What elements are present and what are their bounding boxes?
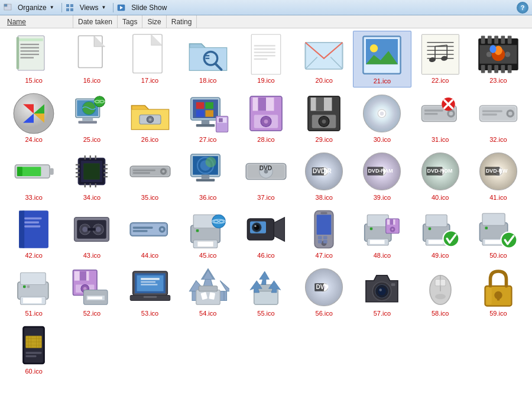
file-item[interactable]: 47.ico: [295, 206, 353, 261]
file-item[interactable]: 17.ico: [121, 31, 179, 87]
file-item[interactable]: 42.ico: [5, 206, 63, 261]
svg-rect-121: [482, 110, 502, 112]
file-item[interactable]: 21.ico: [353, 31, 411, 87]
file-name: 31.ico: [432, 136, 449, 143]
file-item[interactable]: 45.ico: [179, 206, 237, 261]
svg-point-284: [379, 288, 382, 291]
file-name: 53.ico: [141, 310, 158, 317]
file-icon-mouse: [419, 266, 462, 309]
file-item[interactable]: DVD 37.ico: [237, 148, 295, 203]
svg-rect-200: [132, 230, 147, 232]
col-name[interactable]: Name: [2, 15, 73, 28]
file-item[interactable]: 25.ico: [63, 90, 121, 145]
file-item[interactable]: 18.ico: [179, 31, 237, 87]
file-icon-dvd_r: DVD-R: [303, 150, 345, 193]
file-icon-floppy_purple: [245, 92, 287, 135]
file-item[interactable]: 60.ico: [5, 322, 63, 377]
views-button[interactable]: Views ▼: [76, 2, 110, 14]
file-icon-windows_logo: [12, 92, 55, 135]
file-item[interactable]: DVD-RW 41.ico: [469, 148, 527, 203]
file-item[interactable]: 51.ico: [5, 264, 63, 319]
file-item[interactable]: 33.ico: [5, 148, 63, 203]
col-date-taken[interactable]: Date taken: [73, 15, 118, 28]
file-item[interactable]: 20.ico: [295, 31, 353, 87]
file-item[interactable]: DVD 56.ico: [295, 264, 353, 319]
file-item[interactable]: 23.ico: [469, 31, 527, 87]
file-item[interactable]: 29.ico: [295, 90, 353, 145]
file-item[interactable]: 46.ico: [237, 206, 295, 261]
svg-text:DVD-RAM: DVD-RAM: [368, 168, 394, 174]
file-item[interactable]: 15.ico: [5, 31, 63, 87]
file-item[interactable]: 48.ico: [353, 206, 411, 261]
organize-label: Organize: [18, 4, 47, 12]
file-item[interactable]: 50.ico: [469, 206, 527, 261]
file-name: 38.ico: [316, 194, 333, 201]
file-name: 21.ico: [374, 77, 391, 85]
file-name: 37.ico: [257, 194, 274, 201]
file-item[interactable]: 31.ico: [411, 90, 469, 145]
svg-rect-247: [23, 298, 42, 303]
file-item[interactable]: 44.ico: [121, 206, 179, 261]
svg-rect-12: [21, 50, 40, 51]
svg-rect-216: [321, 212, 327, 214]
svg-rect-239: [482, 213, 505, 225]
svg-rect-207: [196, 229, 199, 232]
organize-dropdown-arrow: ▼: [50, 5, 54, 10]
svg-rect-262: [141, 278, 160, 280]
file-item[interactable]: 27.ico: [179, 90, 237, 145]
file-item[interactable]: 19.ico: [237, 31, 295, 87]
file-icon-drive_dvd: DVD: [245, 150, 287, 193]
file-item[interactable]: DVD-RAM 39.ico: [353, 148, 411, 203]
file-item[interactable]: 32.ico: [469, 90, 527, 145]
file-item[interactable]: 24.ico: [5, 90, 63, 145]
col-size[interactable]: Size: [142, 15, 166, 28]
svg-rect-271: [199, 286, 218, 291]
file-grid[interactable]: 15.ico16.ico17.ico 18.ico 19.ico 20.ico: [0, 28, 532, 399]
file-item[interactable]: 22.ico: [411, 31, 469, 87]
file-icon-dvd_rw: DVD-RW: [477, 150, 520, 193]
file-item[interactable]: DVD-ROM 40.ico: [411, 148, 469, 203]
svg-rect-29: [254, 59, 268, 60]
file-item[interactable]: 26.ico: [121, 90, 179, 145]
svg-rect-28: [254, 55, 275, 56]
svg-rect-113: [424, 113, 438, 115]
file-item[interactable]: 43.ico: [63, 206, 121, 261]
file-item[interactable]: 36.ico: [179, 148, 237, 203]
svg-rect-89: [196, 124, 215, 127]
file-name: 55.ico: [257, 310, 274, 317]
file-item[interactable]: 28.ico: [237, 90, 295, 145]
file-item[interactable]: 34.ico: [63, 148, 121, 203]
svg-point-98: [264, 119, 268, 124]
svg-rect-24: [251, 34, 281, 74]
organize-button[interactable]: Organize ▼: [14, 2, 58, 14]
file-item[interactable]: 30.ico: [353, 90, 411, 145]
col-tags[interactable]: Tags: [118, 15, 142, 28]
svg-rect-87: [205, 110, 213, 116]
file-name: 48.ico: [374, 252, 391, 259]
file-icon-envelope: [303, 33, 345, 76]
file-item[interactable]: DVD-R 38.ico: [295, 148, 353, 203]
file-name: 59.ico: [489, 310, 507, 317]
file-item[interactable]: 57.ico: [353, 264, 411, 319]
file-name: 47.ico: [316, 252, 333, 259]
file-item[interactable]: 52.ico: [63, 264, 121, 319]
file-item[interactable]: 59.ico: [469, 264, 527, 319]
file-item[interactable]: 35.ico: [121, 148, 179, 203]
svg-rect-229: [390, 219, 394, 225]
file-item[interactable]: 54.ico: [179, 264, 237, 319]
col-rating[interactable]: Rating: [167, 15, 197, 28]
file-icon-music: [419, 33, 462, 76]
svg-point-283: [378, 287, 387, 296]
svg-text:DVD-R: DVD-R: [313, 168, 332, 174]
file-item[interactable]: 49.ico: [411, 206, 469, 261]
file-item[interactable]: 58.ico: [411, 264, 469, 319]
slideshow-button[interactable]: Slide Show: [128, 2, 170, 14]
file-item[interactable]: 53.ico: [121, 264, 179, 319]
svg-rect-248: [23, 286, 26, 288]
svg-point-81: [148, 118, 151, 121]
help-button[interactable]: ?: [517, 2, 528, 14]
views-icon: [66, 4, 74, 12]
file-item[interactable]: 55.ico: [237, 264, 295, 319]
svg-rect-124: [50, 168, 54, 174]
file-item[interactable]: 16.ico: [63, 31, 121, 87]
